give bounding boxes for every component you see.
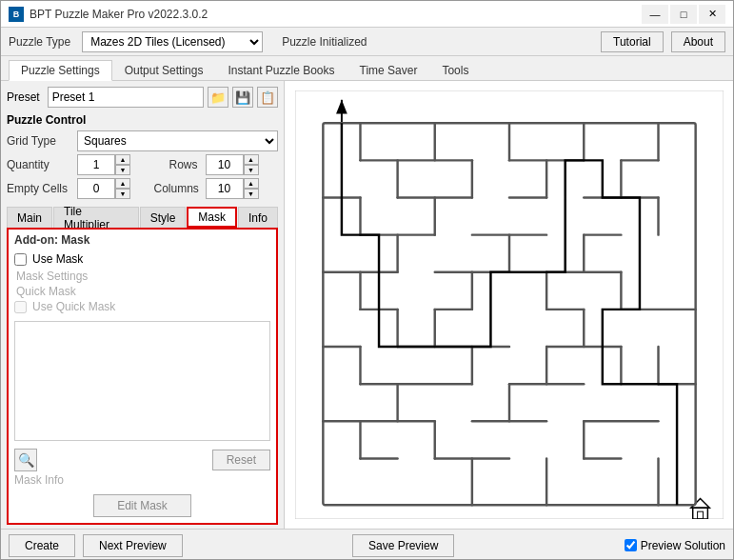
quantity-input[interactable] bbox=[77, 154, 115, 175]
menu-bar: Puzzle Type Mazes 2D Tiles (Licensed) Pu… bbox=[1, 28, 733, 56]
title-text: BPT Puzzle Maker Pro v2022.3.0.2 bbox=[30, 8, 642, 21]
inner-tab-style[interactable]: Style bbox=[140, 207, 187, 228]
tab-time-saver[interactable]: Time Saver bbox=[347, 59, 430, 80]
main-content: Preset 📁 💾 📋 Puzzle Control Grid Type Sq… bbox=[1, 81, 733, 529]
reset-button[interactable]: Reset bbox=[212, 450, 270, 470]
quantity-down[interactable]: ▼ bbox=[115, 165, 130, 175]
folder-button[interactable]: 📁 bbox=[208, 87, 228, 108]
puzzle-type-label: Puzzle Type bbox=[9, 35, 70, 49]
quick-mask-text: Quick Mask bbox=[14, 285, 270, 298]
mask-list-area bbox=[14, 321, 270, 441]
inner-tab-mask[interactable]: Mask bbox=[187, 207, 237, 228]
rows-label: Rows bbox=[154, 158, 202, 171]
use-mask-row: Use Mask bbox=[14, 252, 270, 266]
columns-down[interactable]: ▼ bbox=[244, 189, 259, 199]
grid-type-select[interactable]: Squares Hexagons Triangles bbox=[77, 130, 278, 151]
empty-cells-up[interactable]: ▲ bbox=[115, 178, 130, 189]
close-button[interactable]: ✕ bbox=[699, 5, 725, 24]
empty-cells-spinner: ▲ ▼ bbox=[77, 178, 150, 199]
rows-up[interactable]: ▲ bbox=[244, 154, 259, 165]
search-button[interactable]: 🔍 bbox=[14, 449, 37, 471]
inner-tab-main[interactable]: Main bbox=[7, 207, 52, 228]
quantity-spinner: ▲ ▼ bbox=[77, 154, 150, 175]
maze-display: .maze-wall { stroke: #555; stroke-width:… bbox=[295, 90, 724, 519]
addon-bottom: 🔍 Reset bbox=[14, 449, 270, 471]
minimize-button[interactable]: — bbox=[642, 5, 668, 24]
preview-solution-row: Preview Solution bbox=[625, 539, 725, 552]
preview-solution-checkbox[interactable] bbox=[625, 539, 637, 551]
rows-down[interactable]: ▼ bbox=[244, 165, 259, 175]
save-preview-button[interactable]: Save Preview bbox=[352, 534, 454, 557]
left-panel: Preset 📁 💾 📋 Puzzle Control Grid Type Sq… bbox=[1, 81, 285, 529]
app-icon: B bbox=[9, 7, 24, 22]
title-bar: B BPT Puzzle Maker Pro v2022.3.0.2 — □ ✕ bbox=[1, 1, 733, 28]
rows-spinner: ▲ ▼ bbox=[206, 154, 279, 175]
preset-row: Preset 📁 💾 📋 bbox=[7, 87, 278, 108]
tab-output-settings[interactable]: Output Settings bbox=[112, 59, 216, 80]
create-button[interactable]: Create bbox=[9, 534, 75, 557]
use-quick-mask-checkbox[interactable] bbox=[14, 301, 27, 313]
addon-title: Add-on: Mask bbox=[14, 233, 270, 247]
empty-cells-down[interactable]: ▼ bbox=[115, 189, 130, 199]
preview-solution-label: Preview Solution bbox=[641, 539, 725, 552]
tutorial-button[interactable]: Tutorial bbox=[601, 31, 664, 52]
tabs-row: Puzzle Settings Output Settings Instant … bbox=[1, 56, 733, 81]
window-controls: — □ ✕ bbox=[642, 5, 725, 24]
mask-info-text: Mask Info bbox=[14, 471, 270, 489]
grid-type-label: Grid Type bbox=[7, 134, 73, 148]
control-grid: Grid Type Squares Hexagons Triangles Qua… bbox=[7, 130, 278, 199]
columns-label: Columns bbox=[154, 182, 202, 195]
puzzle-control-label: Puzzle Control bbox=[7, 113, 278, 127]
next-preview-button[interactable]: Next Preview bbox=[83, 534, 183, 557]
right-panel: .maze-wall { stroke: #555; stroke-width:… bbox=[285, 81, 733, 529]
edit-mask-button[interactable]: Edit Mask bbox=[93, 494, 191, 517]
empty-cells-label: Empty Cells bbox=[7, 182, 73, 195]
use-mask-checkbox[interactable] bbox=[14, 253, 27, 266]
columns-input[interactable] bbox=[206, 178, 244, 199]
quantity-up[interactable]: ▲ bbox=[115, 154, 130, 165]
bottom-bar: Create Next Preview Save Preview Preview… bbox=[1, 529, 733, 560]
use-mask-label: Use Mask bbox=[32, 252, 83, 266]
status-text: Puzzle Initialized bbox=[270, 35, 593, 49]
columns-up[interactable]: ▲ bbox=[244, 178, 259, 189]
preset-input[interactable] bbox=[48, 87, 204, 108]
quantity-label: Quantity bbox=[7, 158, 73, 171]
inner-tab-tile-multiplier[interactable]: Tile Multiplier bbox=[53, 207, 139, 228]
rows-input[interactable] bbox=[206, 154, 244, 175]
puzzle-type-select[interactable]: Mazes 2D Tiles (Licensed) bbox=[82, 31, 263, 52]
tab-puzzle-settings[interactable]: Puzzle Settings bbox=[9, 60, 112, 81]
tab-tools[interactable]: Tools bbox=[429, 59, 481, 80]
addon-panel: Add-on: Mask Use Mask Mask Settings Quic… bbox=[7, 228, 278, 525]
empty-cells-input[interactable] bbox=[77, 178, 115, 199]
preset-label: Preset bbox=[7, 90, 40, 104]
save-button[interactable]: 💾 bbox=[232, 87, 253, 108]
use-quick-mask-row: Use Quick Mask bbox=[14, 300, 270, 313]
tab-instant-puzzle-books[interactable]: Instant Puzzle Books bbox=[215, 59, 347, 80]
columns-spinner: ▲ ▼ bbox=[206, 178, 279, 199]
save-as-button[interactable]: 📋 bbox=[257, 87, 278, 108]
use-quick-mask-label: Use Quick Mask bbox=[32, 300, 115, 313]
maximize-button[interactable]: □ bbox=[670, 5, 697, 24]
inner-tab-info[interactable]: Info bbox=[238, 207, 278, 228]
mask-settings-text: Mask Settings bbox=[14, 270, 270, 283]
about-button[interactable]: About bbox=[671, 31, 725, 52]
inner-tabs: Main Tile Multiplier Style Mask Info bbox=[7, 207, 278, 228]
